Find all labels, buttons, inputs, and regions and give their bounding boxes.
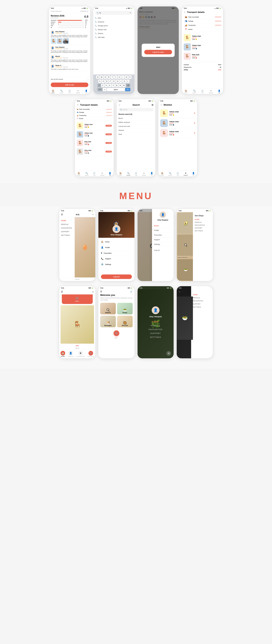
dark-panel-home[interactable]: HOME: [193, 294, 211, 296]
overlay-logout[interactable]: Log out: [154, 249, 172, 251]
nav-search[interactable]: 🔍Search: [192, 90, 196, 94]
overlay-menu-home[interactable]: Home: [154, 224, 172, 228]
suggestion-shelves[interactable]: 🔍 Shelves: [93, 32, 134, 36]
key-emoji[interactable]: ☺: [103, 88, 106, 91]
option-discount[interactable]: 🥘 Discount: [117, 316, 133, 327]
option-beverages[interactable]: 🍜 Beverages: [100, 316, 116, 327]
recent-bench[interactable]: Bench: [118, 116, 154, 120]
back-icon[interactable]: ←: [160, 104, 162, 106]
overlay-menu-settings[interactable]: Settings: [154, 242, 172, 247]
key-U[interactable]: U: [118, 76, 121, 79]
overlay-menu-profile[interactable]: Profile: [154, 228, 172, 233]
dark-nav-support[interactable]: SUPPORT: [148, 332, 162, 334]
key-G[interactable]: G: [112, 80, 116, 83]
nav-wishlist[interactable]: ♥Wishlist: [184, 172, 188, 176]
wishlist-heart-2[interactable]: ♥: [194, 122, 195, 124]
wishlist-heart-3[interactable]: ♥: [194, 132, 195, 134]
key-I[interactable]: I: [121, 76, 124, 79]
dark-nav-home[interactable]: HOME: [148, 321, 162, 323]
nav-search[interactable]: 🔍Search: [60, 90, 63, 94]
menu-item-profile[interactable]: PROFILE: [61, 224, 73, 226]
key-E[interactable]: E: [104, 76, 107, 79]
nav-cart[interactable]: 🛒Cart: [201, 90, 204, 94]
icon-nav-support[interactable]: 🛒 SUPPORT: [88, 351, 94, 357]
key-N[interactable]: N: [119, 84, 122, 87]
dark-nav-favourites[interactable]: FAVOURITES: [148, 328, 162, 330]
key-C[interactable]: C: [108, 84, 112, 87]
back-icon[interactable]: ←: [178, 290, 181, 293]
key-O[interactable]: O: [125, 76, 128, 79]
key-K[interactable]: K: [123, 80, 126, 83]
option-delivery[interactable]: 🍳 Delivery: [100, 303, 116, 314]
nav-wishlist[interactable]: ♥Wishlist: [209, 90, 213, 94]
menu-item-support[interactable]: SUPPORT: [61, 231, 73, 232]
key-Y[interactable]: Y: [114, 76, 117, 79]
nav-search[interactable]: 🔍Search: [126, 172, 130, 176]
back-icon[interactable]: ←: [77, 104, 79, 106]
nav-wishlist[interactable]: ♥Wishlist: [142, 172, 146, 176]
key-L[interactable]: L: [126, 80, 130, 83]
dark-panel-settings[interactable]: SETTINGS: [193, 306, 211, 308]
add-to-cart-button[interactable]: Add to cart: [51, 82, 88, 87]
key-S[interactable]: S: [102, 80, 105, 83]
key-123[interactable]: 123: [97, 88, 102, 91]
key-X[interactable]: X: [105, 84, 108, 87]
nav-cart[interactable]: 🛒Cart: [68, 90, 71, 94]
floating-cart-button[interactable]: 🛒: [114, 330, 119, 336]
suggestion-sofa[interactable]: 🔍 Sofa: [93, 16, 134, 20]
panel-support[interactable]: SUPPORT: [195, 227, 211, 229]
nav-home[interactable]: 🏠Home: [119, 172, 122, 176]
menu-item-settings[interactable]: SETTINGS: [61, 234, 73, 236]
clear-icon[interactable]: ✕: [130, 12, 131, 14]
nav-cart[interactable]: 🛒Cart: [176, 172, 179, 176]
menu-nav-support[interactable]: 📞 Support: [101, 256, 132, 262]
menu-nav-settings[interactable]: ⚙️ Settings: [101, 262, 132, 267]
plus-icon[interactable]: +: [92, 214, 94, 216]
nav-home[interactable]: 🏠Home: [77, 172, 80, 176]
panel-settings[interactable]: SETTINGS: [195, 230, 211, 232]
dark-nav-profile[interactable]: PROFILE: [148, 324, 162, 327]
nav-my[interactable]: 👤My: [218, 90, 220, 94]
key-shift[interactable]: ⇧: [98, 84, 101, 87]
key-J[interactable]: J: [120, 80, 122, 83]
icon-nav-favourites[interactable]: ♥ FAVOURITES: [76, 351, 85, 357]
filter-icon[interactable]: ⚙: [152, 104, 154, 106]
key-P[interactable]: P: [128, 76, 132, 79]
key-space[interactable]: space: [107, 88, 125, 91]
key-T[interactable]: T: [111, 76, 114, 79]
menu-item-home[interactable]: HOME: [61, 220, 73, 222]
dark-panel-favourites[interactable]: FAVOURITES: [193, 300, 211, 302]
key-M[interactable]: M: [122, 84, 126, 87]
suggestion-storage[interactable]: 🔍 Storage bench: [93, 24, 134, 28]
nav-search[interactable]: 🔍Search: [85, 172, 88, 176]
panel-profile[interactable]: PROFILE: [195, 222, 211, 223]
icon-nav-profile[interactable]: 👤 PROFILE: [68, 351, 74, 357]
nav-home[interactable]: 🏠Home: [161, 172, 164, 176]
hamburger-icon[interactable]: ☰: [61, 213, 63, 216]
overlay-menu-support[interactable]: Support: [154, 238, 172, 242]
nav-my[interactable]: 👤My: [150, 172, 153, 176]
nav-home[interactable]: 🏠Home: [52, 90, 54, 94]
panel-favourites[interactable]: FAVOURITES: [195, 224, 211, 226]
wishlist-heart-1[interactable]: ♥: [194, 112, 195, 114]
search-input-box[interactable]: 🔍 S| ✕: [95, 11, 133, 15]
nav-cart[interactable]: 🛒Cart: [135, 172, 138, 176]
suggestion-sleeper[interactable]: 🔍 Sleeper sofa: [93, 28, 134, 32]
see-all-reviews[interactable]: See all 534 reviews ›: [49, 77, 90, 81]
nav-my[interactable]: 👤My: [192, 172, 195, 176]
nav-wishlist[interactable]: ♥Wishlist: [76, 90, 80, 94]
dark-nav-settings[interactable]: SETTINGS: [148, 336, 162, 338]
nav-home[interactable]: 🏠Home: [184, 90, 188, 94]
key-V[interactable]: V: [112, 84, 115, 87]
key-H[interactable]: H: [116, 80, 119, 83]
key-F[interactable]: F: [109, 80, 112, 83]
hamburger-icon[interactable]: ☰: [61, 290, 63, 293]
key-Z[interactable]: Z: [101, 84, 104, 87]
suggestion-sectional[interactable]: 🔍 Sectional: [93, 20, 134, 24]
nav-search[interactable]: 🔍Search: [168, 172, 172, 176]
key-go[interactable]: Go: [125, 88, 130, 91]
key-R[interactable]: R: [107, 76, 110, 79]
key-D[interactable]: D: [105, 80, 108, 83]
nav-my[interactable]: 👤My: [109, 172, 111, 176]
icon-nav-home[interactable]: 🏠 HOME: [60, 351, 65, 357]
